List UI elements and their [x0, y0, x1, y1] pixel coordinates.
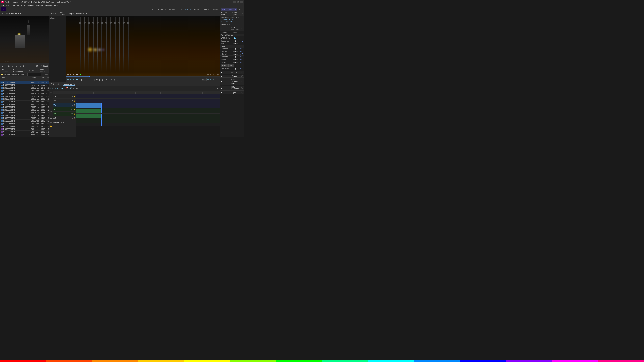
con-slider[interactable]: [234, 51, 238, 52]
hl-slider[interactable]: [234, 54, 238, 55]
tool-ripple[interactable]: ⟨: [50, 99, 52, 102]
track-lock[interactable]: 🔒: [74, 117, 76, 119]
list-item[interactable]: P1322086.MP4 23.976 fps14:00:02:0014:00:…: [0, 122, 49, 125]
list-item[interactable]: P1322081.MP4 59.94 fps13:55:12:0013:55:5…: [0, 136, 49, 137]
tl-settings[interactable]: ⚙: [76, 87, 78, 90]
tint-slider[interactable]: [234, 43, 238, 44]
tab-color[interactable]: Color: [176, 8, 184, 11]
list-item[interactable]: P1322067.MP4 23.976 fps 80:01:00 80:01:2…: [0, 81, 49, 84]
tool-slide[interactable]: ⇌: [50, 117, 52, 120]
effects-tab-effects[interactable]: Effects: [50, 12, 56, 15]
source-mark-in[interactable]: ⏮: [1, 64, 4, 67]
program-go-end[interactable]: ⏭: [105, 78, 108, 81]
track-lock[interactable]: 🔒: [74, 113, 76, 115]
lumetri-tab[interactable]: Lumetri Color: [221, 12, 228, 16]
list-item[interactable]: P1322081.MP4 23.976 fps13:58:43:1213:59:…: [0, 111, 49, 114]
vignette-power-icon[interactable]: [241, 92, 243, 93]
program-step-fwd[interactable]: ▷: [102, 78, 104, 81]
program-settings[interactable]: ⚙: [116, 78, 119, 81]
essential-graphics-tab[interactable]: Essential Graphics: [230, 12, 240, 16]
program-loop[interactable]: ↺: [110, 78, 112, 81]
source-tab-close[interactable]: ×: [25, 12, 27, 15]
track-lock[interactable]: 🔒: [74, 95, 76, 97]
menu-help[interactable]: Help: [54, 4, 58, 6]
proj-tab-effect-controls[interactable]: Effect Controls: [38, 69, 48, 73]
list-item[interactable]: P1322080.MP4 23.976 fps13:59:00:1213:59:…: [0, 109, 49, 111]
add-bin-icon[interactable]: +: [26, 73, 26, 76]
track-solo[interactable]: S: [72, 109, 73, 110]
close-button[interactable]: ✕: [240, 0, 243, 3]
track-expand[interactable]: ▶: [64, 122, 64, 123]
tl-snap[interactable]: 🧲: [65, 87, 68, 90]
tool-slip[interactable]: ⇔: [50, 114, 52, 116]
timeline-add-tab[interactable]: ×: [79, 83, 80, 85]
basic-correction-header[interactable]: ▼ Basic Correction: [220, 26, 244, 31]
proj-tab-project[interactable]: Project: Blacked Out: [12, 69, 26, 73]
track-mute[interactable]: M: [70, 113, 72, 115]
timeline-ruler[interactable]: 00:00 00:52 01:36 02:20 03:04 03:44 04:1…: [76, 91, 220, 94]
program-stop[interactable]: ⏹: [96, 78, 98, 81]
source-overwrite[interactable]: ↧: [22, 64, 25, 67]
list-item[interactable]: P1322070.MP4 59.94 fps13:55:53:2013:56:0…: [0, 133, 49, 136]
tab-custom[interactable]: Luke Custom 1 +: [221, 8, 237, 11]
tl-link[interactable]: 🔗: [69, 87, 72, 90]
program-go-start[interactable]: ⏮: [89, 78, 92, 81]
menu-sequence[interactable]: Sequence: [17, 4, 25, 6]
wh-slider[interactable]: [234, 59, 238, 60]
tool-razor[interactable]: ✂: [50, 110, 52, 113]
sh-slider[interactable]: [234, 57, 238, 57]
effects-tab-controls[interactable]: Effect Controls: [58, 12, 66, 16]
temp-slider[interactable]: [234, 41, 238, 41]
creative-power-icon[interactable]: [241, 71, 243, 73]
source-step-back[interactable]: ◁: [5, 64, 7, 67]
tab-libraries[interactable]: Libraries: [211, 8, 220, 11]
track-lock[interactable]: 🔒: [74, 100, 76, 102]
tab-graphics[interactable]: Graphics: [200, 8, 210, 11]
auto-button[interactable]: Auto: [228, 64, 234, 67]
creative-header[interactable]: ▶ Creative: [220, 71, 244, 74]
list-item[interactable]: P1322058.MP4 59.94 fps13:35:12:3213:56:0…: [0, 128, 49, 131]
reset-button[interactable]: Reset: [221, 64, 228, 67]
tool-pen[interactable]: ✏: [50, 121, 52, 124]
timeline-timecode[interactable]: 00:01:01:06: [50, 87, 63, 89]
list-item[interactable]: P1322057.MP4 59.94 fps13:34:49:1613:34:5…: [0, 125, 49, 128]
track-eye[interactable]: 👁: [72, 95, 73, 97]
exp-slider[interactable]: [234, 49, 238, 49]
program-add-marker[interactable]: ◆: [80, 78, 83, 81]
tab-audio[interactable]: Audio: [192, 8, 200, 11]
source-play[interactable]: ▶: [8, 64, 10, 67]
list-item[interactable]: P1322068.MP4 23.976 fps13:44:23:2013:46:…: [0, 84, 49, 87]
program-tab-close[interactable]: ≡: [90, 12, 93, 15]
program-tab[interactable]: Program: Sequence 01: [67, 12, 88, 15]
list-item[interactable]: P1322075.MP4 23.976 fps13:55:14:0013:58:…: [0, 100, 49, 103]
track-mute[interactable]: M: [70, 117, 72, 119]
track-solo[interactable]: S: [72, 113, 73, 115]
tool-track[interactable]: ◁: [50, 95, 52, 98]
tab-effects[interactable]: Effects: [184, 8, 192, 11]
tool-hand[interactable]: ✋: [50, 125, 52, 127]
program-play[interactable]: ▶: [99, 78, 102, 81]
track-lock[interactable]: 🔒: [74, 104, 76, 106]
track-solo[interactable]: S: [72, 117, 73, 119]
program-mark-in[interactable]: {: [83, 78, 85, 81]
list-item[interactable]: P1322068.MP4 59.94 fps13:35:52:0013:56:0…: [0, 131, 49, 133]
program-mark-out[interactable]: }: [85, 78, 87, 81]
power-icon[interactable]: [241, 28, 243, 29]
list-item[interactable]: P1322071.MP4 23.976 fps13:50:11:1013:51:…: [0, 89, 49, 92]
list-item[interactable]: P1322074.MP4 23.976 fps13:52:16:0013:55:…: [0, 98, 49, 100]
curves-header[interactable]: ▶ Curves: [220, 75, 244, 78]
program-zoom-label[interactable]: Full: [202, 79, 206, 81]
video-clip-v1[interactable]: [76, 103, 102, 108]
tab-editing[interactable]: Editing: [168, 8, 176, 11]
source-tab-footage[interactable]: Source: P1322086.MP4: [1, 12, 22, 15]
tool-text[interactable]: T: [50, 128, 52, 131]
audio-clip-a1[interactable]: [76, 109, 102, 113]
program-safe-margins[interactable]: ⊞: [113, 78, 116, 81]
tl-add-track[interactable]: +: [73, 87, 75, 90]
list-item[interactable]: P1322073.MP4 23.976 fps13:51:26:0013:52:…: [0, 95, 49, 98]
tl-settings2[interactable]: ≡: [216, 87, 218, 90]
lumetri-seq-link[interactable]: Sequence 01 > P1322086.MP4: [221, 19, 233, 22]
timeline-tab-seq01[interactable]: Sequence 01: [63, 83, 75, 86]
vignette-header[interactable]: ▶ Vignette: [220, 91, 244, 94]
tab-learning[interactable]: Learning: [146, 8, 156, 11]
